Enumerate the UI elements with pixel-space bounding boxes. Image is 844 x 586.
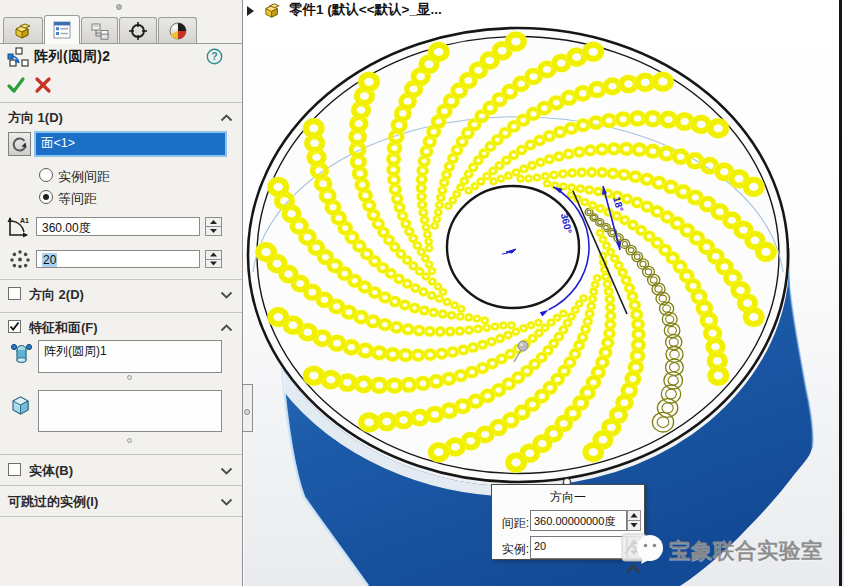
angle-value: 360.00度 [42,220,91,237]
instance-count-value: 20 [42,253,57,267]
svg-text:A1: A1 [20,217,29,224]
tab-display-manager[interactable] [158,17,197,43]
chevron-down-icon[interactable] [220,467,233,475]
chevron-up-icon[interactable] [220,324,233,332]
solidworks-window: 阵列(圆周)2 ? 方向 1(D) [0,0,844,586]
cancel-button[interactable] [34,76,52,94]
configuration-manager-icon [90,22,110,40]
radio-equal-spacing-label: 等间距 [58,190,97,208]
section-instances-to-skip-label: 可跳过的实例(I) [8,493,98,511]
page-title: 阵列(圆周)2 [34,48,111,66]
section-features-faces[interactable]: 特征和面(F) [0,316,242,340]
dimxpert-manager-icon [128,21,148,41]
section-instances-to-skip[interactable]: 可跳过的实例(I) [0,490,242,514]
features-faces-checkbox[interactable] [8,320,21,333]
circular-pattern-icon [7,47,31,69]
section-direction1[interactable]: 方向 1(D) [0,106,242,130]
section-direction2-label: 方向 2(D) [29,286,84,304]
tree-item-part[interactable]: 零件1 (默认<<默认>_显... [289,1,442,19]
callout-instances-label: 实例: [497,541,529,558]
tab-dimxpert-manager[interactable] [119,17,157,43]
instance-count-icon [9,249,31,269]
faces-cube-icon [9,393,32,418]
radio-instance-spacing[interactable]: 实例间距 [39,167,209,185]
spin-down-button[interactable] [205,226,222,236]
ok-cancel-row [0,73,242,97]
radio-circle[interactable] [39,168,53,182]
radio-instance-spacing-label: 实例间距 [58,168,110,186]
panel-splitter-dot[interactable] [116,4,122,10]
angle-spinner [205,217,222,236]
angle-field[interactable]: 360.00度 [36,217,200,236]
faces-list-grip[interactable] [127,438,132,443]
faces-list[interactable] [38,390,222,432]
part-icon [262,1,283,20]
features-list-item[interactable]: 阵列(圆周)1 [44,344,107,358]
callout-title: 方向一 [492,489,644,506]
graphics-area[interactable]: 360°18° 零件1 (默认<<默认>_显... 方向一 间距: 360.00… [244,0,844,586]
count-spinner [205,250,222,268]
help-icon[interactable]: ? [206,48,223,65]
divider [0,102,242,103]
chevron-down-icon[interactable] [220,291,233,299]
divider [0,454,242,455]
callout-spacing-label: 间距: [497,515,529,532]
tree-expand-arrow-icon[interactable] [246,5,255,17]
pattern-axis-selection[interactable]: 面<1> [34,131,227,157]
direction2-checkbox[interactable] [8,287,21,300]
section-direction1-label: 方向 1(D) [8,109,63,127]
watermark: 宝象联合实验室 [621,530,823,570]
flyout-feature-tree[interactable]: 零件1 (默认<<默认>_显... [246,0,442,20]
watermark-text: 宝象联合实验室 [669,536,823,565]
divider [0,312,242,313]
section-direction2[interactable]: 方向 2(D) [0,283,242,307]
callout-instances-value: 20 [534,540,546,552]
property-manager-panel: 阵列(圆周)2 ? 方向 1(D) [0,0,243,586]
pattern-axis-value: 面<1> [41,136,75,150]
property-manager-icon [53,21,71,39]
check-icon [9,321,20,332]
radio-equal-spacing[interactable]: 等间距 [39,189,209,207]
features-pattern-icon [10,342,33,367]
manager-tabstrip [0,15,242,44]
features-list[interactable]: 阵列(圆周)1 [38,340,222,373]
radio-circle-selected[interactable] [39,190,53,204]
panel-collapse-handle[interactable] [243,384,253,432]
property-title-row: 阵列(圆周)2 ? [0,46,242,70]
display-manager-icon [168,21,188,41]
callout-spacing-spinner [627,510,641,531]
center-hole[interactable] [447,186,579,308]
pattern-axis-button[interactable] [8,132,31,156]
feature-manager-icon [12,21,34,41]
divider [0,516,242,517]
divider [0,279,242,280]
instance-count-field[interactable]: 20 [36,250,200,268]
tab-feature-manager[interactable] [3,17,43,43]
rotation-axis-icon [10,135,29,154]
chevron-down-icon[interactable] [220,498,233,506]
callout-spacing-field[interactable]: 360.00000000度 [530,510,627,531]
tab-configuration-manager[interactable] [81,17,118,43]
callout-instances-field[interactable]: 20 [530,536,627,559]
section-bodies-label: 实体(B) [29,462,73,480]
bodies-checkbox[interactable] [8,463,21,476]
chevron-up-icon[interactable] [220,114,233,122]
section-bodies[interactable]: 实体(B) [0,459,242,483]
tab-property-manager[interactable] [44,15,80,44]
collapse-handle-dot [244,409,250,415]
angle-icon: A1 [7,215,32,238]
ok-button[interactable] [6,75,26,95]
features-list-grip[interactable] [127,375,132,380]
watermark-logo-icon [621,530,665,570]
spin-down-button[interactable] [205,259,222,269]
section-features-faces-label: 特征和面(F) [29,319,98,337]
window-right-edge [839,0,842,586]
divider [0,485,242,486]
callout-spacing-value: 360.00000000度 [534,514,615,529]
svg-text:?: ? [211,50,217,62]
